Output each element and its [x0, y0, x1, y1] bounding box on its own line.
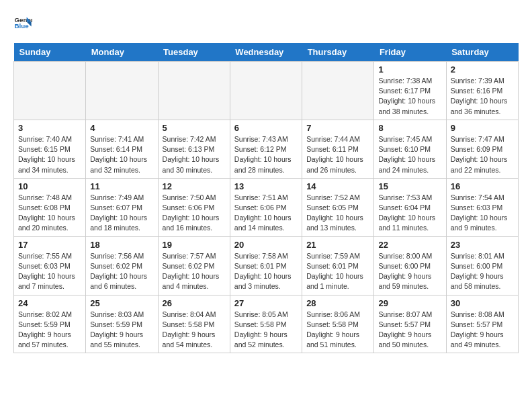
calendar-cell: 24Sunrise: 8:02 AM Sunset: 5:59 PM Dayli…	[14, 295, 86, 353]
day-number: 28	[306, 298, 369, 308]
day-info: Sunrise: 8:04 AM Sunset: 5:58 PM Dayligh…	[163, 310, 226, 351]
calendar-cell: 18Sunrise: 7:56 AM Sunset: 6:02 PM Dayli…	[86, 236, 158, 295]
day-number: 22	[378, 240, 441, 250]
day-info: Sunrise: 8:05 AM Sunset: 5:58 PM Dayligh…	[234, 310, 298, 351]
col-monday: Monday	[86, 43, 158, 62]
day-info: Sunrise: 7:57 AM Sunset: 6:02 PM Dayligh…	[163, 251, 226, 292]
day-info: Sunrise: 7:44 AM Sunset: 6:11 PM Dayligh…	[306, 134, 369, 175]
col-thursday: Thursday	[302, 43, 374, 62]
svg-text:Blue: Blue	[14, 22, 29, 30]
day-info: Sunrise: 7:54 AM Sunset: 6:03 PM Dayligh…	[451, 193, 514, 234]
day-number: 26	[163, 298, 226, 308]
day-number: 29	[378, 298, 441, 308]
calendar-cell: 7Sunrise: 7:44 AM Sunset: 6:11 PM Daylig…	[302, 120, 374, 178]
day-info: Sunrise: 8:07 AM Sunset: 5:57 PM Dayligh…	[378, 310, 441, 351]
day-info: Sunrise: 8:01 AM Sunset: 6:00 PM Dayligh…	[451, 251, 514, 292]
calendar-cell	[230, 62, 302, 120]
day-info: Sunrise: 7:41 AM Sunset: 6:14 PM Dayligh…	[90, 134, 153, 175]
day-number: 13	[234, 181, 298, 191]
day-info: Sunrise: 8:08 AM Sunset: 5:57 PM Dayligh…	[451, 310, 514, 351]
calendar-cell: 12Sunrise: 7:50 AM Sunset: 6:06 PM Dayli…	[158, 178, 230, 236]
calendar-cell: 9Sunrise: 7:47 AM Sunset: 6:09 PM Daylig…	[446, 120, 518, 178]
day-number: 6	[234, 123, 298, 133]
day-number: 7	[306, 123, 369, 133]
col-friday: Friday	[374, 43, 446, 62]
calendar-cell: 25Sunrise: 8:03 AM Sunset: 5:59 PM Dayli…	[86, 295, 158, 353]
calendar-cell: 27Sunrise: 8:05 AM Sunset: 5:58 PM Dayli…	[230, 295, 302, 353]
calendar-cell: 2Sunrise: 7:39 AM Sunset: 6:16 PM Daylig…	[446, 62, 518, 120]
day-number: 25	[90, 298, 153, 308]
day-number: 8	[378, 123, 441, 133]
calendar-cell: 1Sunrise: 7:38 AM Sunset: 6:17 PM Daylig…	[374, 62, 446, 120]
calendar-cell	[14, 62, 86, 120]
calendar-cell: 8Sunrise: 7:45 AM Sunset: 6:10 PM Daylig…	[374, 120, 446, 178]
day-number: 9	[451, 123, 514, 133]
calendar-cell: 3Sunrise: 7:40 AM Sunset: 6:15 PM Daylig…	[14, 120, 86, 178]
calendar-cell: 22Sunrise: 8:00 AM Sunset: 6:00 PM Dayli…	[374, 236, 446, 295]
day-number: 5	[163, 123, 226, 133]
day-number: 4	[90, 123, 153, 133]
day-info: Sunrise: 7:38 AM Sunset: 6:17 PM Dayligh…	[378, 76, 441, 117]
day-info: Sunrise: 8:06 AM Sunset: 5:58 PM Dayligh…	[306, 310, 369, 351]
day-info: Sunrise: 7:48 AM Sunset: 6:08 PM Dayligh…	[18, 193, 81, 234]
col-tuesday: Tuesday	[158, 43, 230, 62]
logo-icon: General Blue	[13, 13, 32, 32]
calendar-cell: 23Sunrise: 8:01 AM Sunset: 6:00 PM Dayli…	[446, 236, 518, 295]
calendar-cell: 13Sunrise: 7:51 AM Sunset: 6:06 PM Dayli…	[230, 178, 302, 236]
day-number: 10	[18, 181, 81, 191]
logo: General Blue	[13, 13, 35, 32]
day-info: Sunrise: 7:45 AM Sunset: 6:10 PM Dayligh…	[378, 134, 441, 175]
day-number: 30	[451, 298, 514, 308]
calendar-cell: 10Sunrise: 7:48 AM Sunset: 6:08 PM Dayli…	[14, 178, 86, 236]
day-number: 19	[163, 240, 226, 250]
col-sunday: Sunday	[14, 43, 86, 62]
calendar-cell	[302, 62, 374, 120]
calendar-cell: 14Sunrise: 7:52 AM Sunset: 6:05 PM Dayli…	[302, 178, 374, 236]
calendar-cell: 4Sunrise: 7:41 AM Sunset: 6:14 PM Daylig…	[86, 120, 158, 178]
day-number: 18	[90, 240, 153, 250]
day-number: 17	[18, 240, 81, 250]
header: General Blue	[13, 13, 519, 32]
day-number: 12	[163, 181, 226, 191]
day-number: 14	[306, 181, 369, 191]
calendar-week-2: 3Sunrise: 7:40 AM Sunset: 6:15 PM Daylig…	[14, 120, 519, 178]
day-info: Sunrise: 7:40 AM Sunset: 6:15 PM Dayligh…	[18, 134, 81, 175]
calendar-table: Sunday Monday Tuesday Wednesday Thursday…	[13, 43, 519, 353]
day-number: 15	[378, 181, 441, 191]
calendar-cell: 26Sunrise: 8:04 AM Sunset: 5:58 PM Dayli…	[158, 295, 230, 353]
day-number: 2	[451, 64, 514, 75]
day-info: Sunrise: 7:49 AM Sunset: 6:07 PM Dayligh…	[90, 193, 153, 234]
column-headers: Sunday Monday Tuesday Wednesday Thursday…	[14, 43, 519, 62]
day-number: 16	[451, 181, 514, 191]
day-number: 21	[306, 240, 369, 250]
calendar-cell: 15Sunrise: 7:53 AM Sunset: 6:04 PM Dayli…	[374, 178, 446, 236]
day-info: Sunrise: 7:56 AM Sunset: 6:02 PM Dayligh…	[90, 251, 153, 292]
day-number: 27	[234, 298, 298, 308]
calendar-cell: 19Sunrise: 7:57 AM Sunset: 6:02 PM Dayli…	[158, 236, 230, 295]
day-number: 20	[234, 240, 298, 250]
col-saturday: Saturday	[446, 43, 518, 62]
day-info: Sunrise: 7:42 AM Sunset: 6:13 PM Dayligh…	[163, 134, 226, 175]
calendar-cell: 28Sunrise: 8:06 AM Sunset: 5:58 PM Dayli…	[302, 295, 374, 353]
day-info: Sunrise: 7:51 AM Sunset: 6:06 PM Dayligh…	[234, 193, 298, 234]
calendar-cell	[86, 62, 158, 120]
day-info: Sunrise: 8:02 AM Sunset: 5:59 PM Dayligh…	[18, 310, 81, 351]
day-info: Sunrise: 7:47 AM Sunset: 6:09 PM Dayligh…	[451, 134, 514, 175]
day-info: Sunrise: 7:55 AM Sunset: 6:03 PM Dayligh…	[18, 251, 81, 292]
day-info: Sunrise: 7:39 AM Sunset: 6:16 PM Dayligh…	[451, 76, 514, 117]
calendar-cell: 5Sunrise: 7:42 AM Sunset: 6:13 PM Daylig…	[158, 120, 230, 178]
calendar-cell: 11Sunrise: 7:49 AM Sunset: 6:07 PM Dayli…	[86, 178, 158, 236]
day-number: 24	[18, 298, 81, 308]
day-number: 23	[451, 240, 514, 250]
day-number: 3	[18, 123, 81, 133]
calendar-cell: 6Sunrise: 7:43 AM Sunset: 6:12 PM Daylig…	[230, 120, 302, 178]
calendar-cell: 20Sunrise: 7:58 AM Sunset: 6:01 PM Dayli…	[230, 236, 302, 295]
col-wednesday: Wednesday	[230, 43, 302, 62]
calendar-week-4: 17Sunrise: 7:55 AM Sunset: 6:03 PM Dayli…	[14, 236, 519, 295]
calendar-cell: 30Sunrise: 8:08 AM Sunset: 5:57 PM Dayli…	[446, 295, 518, 353]
calendar-cell: 29Sunrise: 8:07 AM Sunset: 5:57 PM Dayli…	[374, 295, 446, 353]
calendar-cell: 16Sunrise: 7:54 AM Sunset: 6:03 PM Dayli…	[446, 178, 518, 236]
calendar-cell: 17Sunrise: 7:55 AM Sunset: 6:03 PM Dayli…	[14, 236, 86, 295]
day-number: 11	[90, 181, 153, 191]
day-info: Sunrise: 7:58 AM Sunset: 6:01 PM Dayligh…	[234, 251, 298, 292]
